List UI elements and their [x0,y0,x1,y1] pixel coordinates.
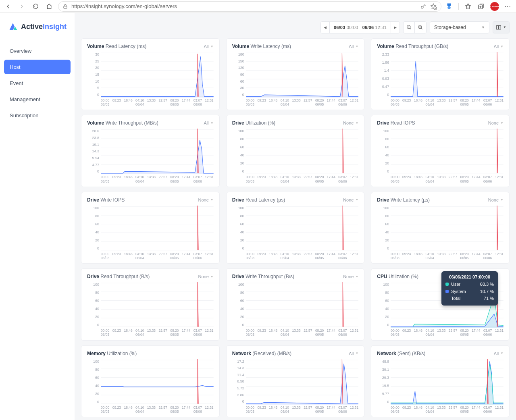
view-mode-select[interactable]: Storage-based ▼ [430,21,489,33]
chart-title: CPU Utilization (%) [377,274,418,279]
x-axis-labels: 00:0006/0309:2318:4604:1006/0413:3322:57… [377,175,504,183]
chart-filter-dropdown[interactable]: All▼ [204,121,214,125]
date-range-picker[interactable]: ◀ 06/03 00:00 - 06/06 12:31 ▶ [320,21,400,33]
separator [458,3,459,10]
svg-point-3 [447,6,451,9]
chart-card: Drive Read Throughput (B/s)None▼10080604… [81,268,220,340]
chart-card: Drive Read IOPSNone▼10080604020000:0006/… [371,115,510,187]
chart-card: Drive Utilization (%)None▼10080604020000… [226,115,365,187]
chart-filter-dropdown[interactable]: None▼ [488,121,504,125]
chart-filter-dropdown[interactable]: None▼ [343,121,358,125]
lock-icon [62,4,68,9]
chart-card: Drive Write Latency (µs)None▼10080604020… [371,192,510,264]
x-axis-labels: 00:0006/0309:2318:4604:1006/0413:3322:57… [87,329,214,337]
favourites-icon[interactable] [464,3,472,10]
chart-filter-dropdown[interactable]: All▼ [494,44,504,49]
chart-title: Drive Read Latency (µs) [232,197,285,203]
date-next-button[interactable]: ▶ [391,22,399,33]
y-axis-labels: 302520151050 [87,52,101,98]
key-icon[interactable] [420,3,427,10]
chart-card: CPU Utilization (%)10080604020000:0006/0… [371,268,510,340]
y-axis-labels: 100806040200 [232,128,246,174]
chart-filter-dropdown[interactable]: None▼ [343,274,358,279]
add-favourite-icon[interactable] [430,3,437,10]
x-axis-labels: 00:0006/0309:2318:4604:1006/0413:3322:57… [377,98,504,106]
date-prev-button[interactable]: ◀ [321,22,330,33]
chart-filter-dropdown[interactable]: None▼ [198,198,213,202]
x-axis-labels: 00:0006/0309:2318:4604:1006/0413:3322:57… [232,98,359,106]
nav: OverviewHostEventManagementSubscription [0,40,75,127]
chart-grid: Volume Read Latency (ms)All▼302520151050… [75,38,516,420]
address-bar[interactable]: https://insight.synology.com/en-global/s… [58,1,441,12]
plot-area[interactable] [391,205,504,251]
plot-area[interactable] [246,128,359,174]
y-axis-labels: 48.839.129.319.59.770 [377,359,391,405]
x-axis-labels: 00:0006/0309:2318:4604:1006/0413:3322:57… [87,252,214,260]
x-axis-labels: 00:0006/0309:2318:4604:1006/0413:3322:57… [377,405,504,414]
plot-area[interactable] [101,205,214,251]
y-axis-labels: 100806040200 [377,128,391,174]
collections-icon[interactable] [477,3,485,10]
y-axis-labels: 100806040200 [87,359,101,405]
chart-title: Drive Write Latency (µs) [377,197,430,203]
forward-button[interactable] [17,2,27,11]
plot-area[interactable] [246,359,359,405]
x-axis-labels: 00:0006/0309:2318:4604:1006/0413:3322:57… [232,252,359,260]
nav-item-management[interactable]: Management [4,92,71,106]
chart-title: Volume Read Throughput (GB/s) [377,44,448,49]
y-axis-labels: 1801501209060300 [232,52,246,98]
chart-card: Network (Received) (MB/s)All▼17.214.311.… [226,345,365,417]
chart-title: Memory Utilization (%) [87,351,137,356]
zoom-group [403,21,427,33]
chart-title: Network (Received) (MB/s) [232,351,291,356]
chart-card: Memory Utilization (%)10080604020000:000… [81,345,220,417]
home-button[interactable] [44,2,54,11]
y-axis-labels: 100806040200 [232,282,246,328]
plot-area[interactable] [246,282,359,328]
chart-filter-dropdown[interactable]: All▼ [204,44,214,49]
chart-filter-dropdown[interactable]: All▼ [349,351,358,356]
brand-icon [8,21,19,32]
chart-filter-dropdown[interactable]: All▼ [494,351,504,356]
plot-area[interactable] [246,52,359,98]
svg-rect-0 [64,6,67,8]
chart-filter-dropdown[interactable]: All▼ [349,44,358,49]
layout-button[interactable]: ▼ [493,21,510,33]
plot-area[interactable] [101,128,214,174]
plot-area[interactable] [391,359,504,405]
chart-card: Drive Write IOPSNone▼10080604020000:0006… [81,192,220,264]
nav-item-overview[interactable]: Overview [4,44,71,58]
plot-area[interactable] [101,52,214,98]
nav-item-subscription[interactable]: Subscription [4,108,71,123]
plot-area[interactable] [101,282,214,328]
refresh-button[interactable] [31,2,40,11]
reward-icon[interactable] [445,3,453,10]
plot-area[interactable] [391,52,504,98]
nav-item-host[interactable]: Host [4,60,71,74]
brand: ActiveInsight [0,13,75,40]
chart-card: Volume Write Latency (ms)All▼18015012090… [226,38,365,110]
zoom-out-button[interactable] [404,22,415,33]
nav-item-event[interactable]: Event [4,76,71,90]
chart-card: Volume Read Throughput (GB/s)All▼2.331.8… [371,38,510,110]
plot-area[interactable] [391,128,504,174]
date-range-label: 06/03 00:00 - 06/06 12:31 [330,25,391,30]
back-button[interactable] [3,2,13,11]
chart-filter-dropdown[interactable]: None▼ [198,274,213,279]
profile-avatar[interactable]: Lenovo [490,2,499,11]
y-axis-labels: 17.214.311.48.585.722.860 [232,359,246,405]
chart-card: Volume Write Throughput (MB/s)All▼28.623… [81,115,220,187]
svg-rect-7 [497,25,499,29]
x-axis-labels: 00:0006/0309:2318:4604:1006/0413:3322:57… [232,175,359,183]
chart-title: Drive Read Throughput (B/s) [87,274,150,279]
browser-toolbar: https://insight.synology.com/en-global/s… [0,0,516,13]
plot-area[interactable] [246,205,359,251]
zoom-in-button[interactable] [415,22,426,33]
y-axis-labels: 100806040200 [87,205,101,251]
plot-area[interactable] [101,359,214,405]
chart-filter-dropdown[interactable]: None▼ [488,198,504,202]
chart-filter-dropdown[interactable]: None▼ [343,198,358,202]
chart-title: Drive Write IOPS [87,197,125,203]
more-menu-button[interactable]: ··· [505,3,511,10]
chart-title: Drive Write Throughput (B/s) [232,274,294,279]
